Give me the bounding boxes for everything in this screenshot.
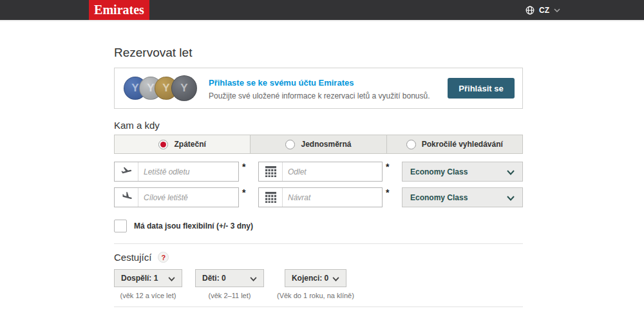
tab-label: Pokročilé vyhledávání: [422, 140, 503, 149]
cabin-class-label: Economy Class: [410, 167, 468, 176]
required-asterisk: *: [239, 187, 258, 197]
cabin-class-return-select[interactable]: Economy Class: [402, 187, 523, 207]
adults-selector-group: Dospělí: 1 (věk 12 a více let): [114, 269, 182, 299]
adults-age-caption: (věk 12 a více let): [120, 292, 176, 299]
page-title: Rezervovat let: [114, 46, 523, 60]
form-row-return: * * Economy Class: [114, 187, 523, 207]
flight-search-form: * * Economy Class: [114, 162, 523, 207]
language-code: CZ: [539, 6, 549, 15]
departure-date-field[interactable]: [258, 162, 383, 182]
section-title-passengers: Cestující: [114, 252, 151, 263]
chevron-down-icon: [507, 166, 515, 178]
trip-type-tabs: Zpáteční Jednosměrná Pokročilé vyhledává…: [114, 135, 523, 154]
calendar-icon: [259, 188, 283, 207]
login-button[interactable]: Přihlásit se: [448, 78, 515, 99]
passenger-selectors: Dospělí: 1 (věk 12 a více let) Děti: 0 (…: [114, 269, 523, 299]
login-panel: Y Y Y Y Přihlaste se ke svému účtu Emira…: [114, 68, 523, 109]
radio-unselected-icon[interactable]: [406, 140, 416, 149]
infants-age-caption: (Věk do 1 roku, na klíně): [277, 292, 354, 299]
radio-selected-icon[interactable]: [158, 140, 168, 149]
adults-label: Dospělí: 1: [121, 274, 158, 283]
cabin-class-label: Economy Class: [410, 193, 468, 202]
children-age-caption: (věk 2–11 let): [209, 292, 251, 299]
infants-select[interactable]: Kojenci: 0: [285, 269, 346, 287]
tab-label: Jednosměrná: [301, 140, 351, 149]
chevron-down-icon: [168, 272, 175, 284]
top-navigation-bar: Emirates CZ: [0, 0, 644, 20]
plane-landing-icon: [115, 188, 138, 207]
tab-return-trip[interactable]: Zpáteční: [115, 135, 250, 153]
login-text-block: Přihlaste se ke svému účtu Emirates Použ…: [209, 77, 430, 100]
destination-airport-input[interactable]: [138, 188, 238, 207]
tab-one-way[interactable]: Jednosměrná: [250, 135, 386, 153]
medal-platinum-icon: Y: [171, 75, 197, 101]
login-link[interactable]: Přihlaste se ke svému účtu Emirates: [209, 78, 354, 88]
chevron-down-icon: [332, 272, 339, 284]
infants-selector-group: Kojenci: 0 (Věk do 1 roku, na klíně): [277, 269, 354, 299]
flexible-dates-row: Má data jsou flexibilní (+/- 3 dny): [114, 220, 523, 232]
return-date-input[interactable]: [283, 188, 382, 207]
radio-unselected-icon[interactable]: [285, 140, 295, 149]
chevron-down-icon: [507, 192, 515, 203]
origin-airport-field[interactable]: [114, 162, 239, 182]
plane-takeoff-icon: [115, 162, 138, 181]
tab-advanced-search[interactable]: Pokročilé vyhledávání: [386, 135, 522, 153]
flexible-dates-label[interactable]: Má data jsou flexibilní (+/- 3 dny): [134, 221, 253, 231]
emirates-logo[interactable]: Emirates: [89, 0, 149, 20]
adults-select[interactable]: Dospělí: 1: [114, 269, 182, 287]
form-row-outbound: * * Economy Class: [114, 162, 523, 182]
calendar-icon: [259, 162, 283, 181]
passengers-header: Cestující ?: [114, 252, 523, 263]
required-asterisk: *: [383, 187, 402, 197]
origin-airport-input[interactable]: [138, 162, 238, 181]
chevron-down-icon: [250, 272, 257, 284]
departure-date-input[interactable]: [283, 162, 382, 181]
cabin-class-outbound-select[interactable]: Economy Class: [402, 162, 523, 182]
header-divider: [0, 20, 644, 21]
globe-icon: [526, 6, 535, 15]
required-asterisk: *: [239, 162, 258, 171]
section-divider: [114, 243, 523, 244]
children-select[interactable]: Děti: 0: [195, 269, 264, 287]
required-asterisk: *: [383, 162, 402, 171]
children-label: Děti: 0: [202, 274, 226, 283]
flexible-dates-checkbox[interactable]: [114, 220, 127, 232]
return-date-field[interactable]: [258, 187, 383, 207]
booking-form-container: Rezervovat let Y Y Y Y Přihlaste se ke s…: [114, 46, 523, 307]
login-subtitle: Použijte své uložené informace k rezerva…: [209, 91, 430, 100]
chevron-down-icon: [554, 8, 560, 12]
destination-airport-field[interactable]: [114, 187, 239, 207]
help-icon[interactable]: ?: [158, 252, 169, 263]
children-selector-group: Děti: 0 (věk 2–11 let): [195, 269, 264, 299]
section-title-where-when: Kam a kdy: [114, 120, 523, 131]
bottom-divider: [114, 306, 523, 307]
tab-label: Zpáteční: [174, 140, 205, 149]
skywards-tier-medals-image: Y Y Y Y: [124, 75, 197, 102]
language-selector[interactable]: CZ: [526, 0, 560, 20]
infants-label: Kojenci: 0: [292, 274, 328, 283]
